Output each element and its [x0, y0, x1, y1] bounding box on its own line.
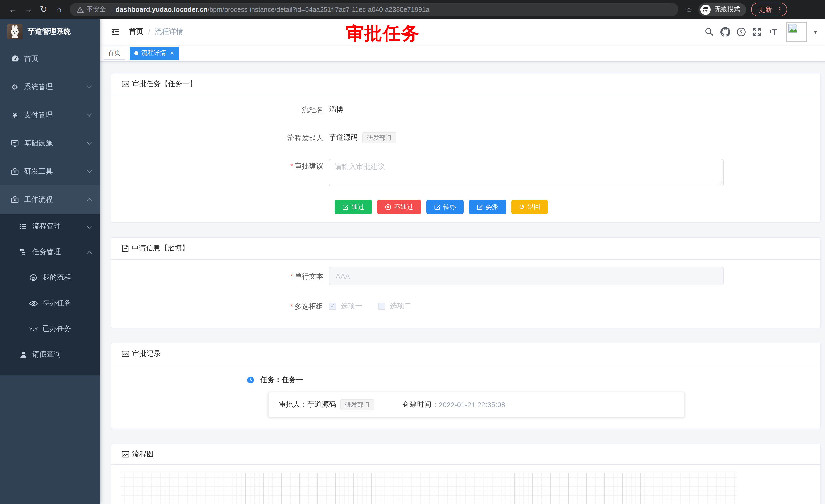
- created-time: 2022-01-21 22:35:08: [439, 401, 505, 409]
- bpmn-diagram-canvas[interactable]: [120, 473, 737, 504]
- delegate-button[interactable]: 委派: [469, 200, 506, 214]
- help-icon[interactable]: ?: [736, 25, 747, 38]
- sidebar-item-process-mgmt[interactable]: 流程管理: [0, 214, 100, 239]
- search-icon[interactable]: [704, 25, 715, 38]
- browser-menu-icon[interactable]: ⋮: [776, 6, 783, 13]
- fullscreen-icon[interactable]: [751, 25, 763, 38]
- app-logo-row[interactable]: 芋道管理系统: [0, 19, 100, 45]
- dept-tag: 研发部门: [340, 399, 374, 410]
- gear-icon: ⚙: [10, 82, 19, 91]
- required-mark: *: [290, 162, 293, 170]
- approver-name: 芋道源码: [307, 400, 336, 409]
- app-title: 芋道管理系统: [28, 27, 71, 36]
- initiator-row: 流程发起人 芋道源码 研发部门: [122, 131, 810, 145]
- checkbox-group-row: *多选框组 选项一 选项二: [122, 299, 810, 314]
- browser-update-pill[interactable]: 更新 ⋮: [751, 3, 788, 16]
- tags-view-bar: 首页 流程详情 ×: [100, 45, 825, 62]
- browser-back-button[interactable]: ←: [5, 0, 20, 19]
- browser-reload-button[interactable]: ↻: [36, 0, 51, 19]
- reject-button[interactable]: 不通过: [377, 200, 421, 214]
- avatar-caret-icon[interactable]: ▾: [814, 28, 817, 35]
- comment-textarea[interactable]: [329, 159, 724, 186]
- chevron-down-icon: [87, 168, 92, 173]
- transfer-button[interactable]: 转办: [426, 200, 463, 214]
- picture-icon: [122, 350, 130, 358]
- circle-close-icon: [385, 203, 391, 210]
- sidebar-item-my-process[interactable]: 我的流程: [0, 265, 100, 290]
- tab-home[interactable]: 首页: [103, 47, 125, 60]
- picture-icon: [122, 80, 130, 88]
- sidebar-item-label: 已办任务: [43, 324, 71, 333]
- sidebar-item-system[interactable]: ⚙ 系统管理: [0, 73, 100, 101]
- sidebar-item-home[interactable]: 首页: [0, 45, 100, 73]
- dept-tag: 研发部门: [362, 132, 396, 144]
- single-text-row: *单行文本: [122, 267, 810, 285]
- process-name-value: 滔博: [329, 105, 343, 114]
- checkbox-option2-label: 选项二: [390, 302, 411, 311]
- sidebar-item-label: 基础设施: [24, 139, 53, 148]
- apply-info-card: 申请信息【滔博】 *单行文本 *多选框组 选项一: [111, 237, 821, 328]
- clock-node-icon: [247, 376, 254, 384]
- sidebar-item-label: 首页: [24, 54, 39, 63]
- created-label: 创建时间：: [403, 400, 439, 409]
- toolbox-icon: [10, 195, 19, 203]
- breadcrumb-home[interactable]: 首页: [129, 27, 144, 36]
- face-icon: [29, 273, 38, 282]
- address-bar[interactable]: 不安全 dashboard.yudao.iocoder.cn /bpm/proc…: [70, 3, 678, 16]
- sidebar-item-payment[interactable]: ¥ 支付管理: [0, 101, 100, 129]
- bookmark-star-icon[interactable]: ☆: [686, 5, 692, 14]
- workflow-submenu: 流程管理 任务管理 我的流程: [0, 214, 100, 375]
- sidebar-item-done-tasks[interactable]: 已办任务: [0, 316, 100, 342]
- button-label: 不通过: [394, 202, 413, 211]
- not-secure-label[interactable]: 不安全: [87, 5, 106, 14]
- font-size-icon[interactable]: TT: [767, 25, 778, 38]
- return-button[interactable]: ↺ 退回: [511, 200, 548, 214]
- document-icon: [122, 244, 129, 253]
- avatar[interactable]: [786, 21, 807, 42]
- card-title: 审批任务【任务一】: [132, 79, 197, 89]
- url-host: dashboard.yudao.iocoder.cn: [116, 6, 208, 13]
- sidebar-item-label: 系统管理: [24, 82, 53, 91]
- github-icon[interactable]: [720, 25, 731, 38]
- button-label: 退回: [527, 202, 540, 211]
- sidebar-item-workflow[interactable]: 工作流程: [0, 185, 100, 214]
- sidebar-item-label: 我的流程: [43, 273, 71, 282]
- close-icon[interactable]: ×: [170, 50, 174, 56]
- comment-row: *审批建议: [122, 159, 810, 188]
- single-text-input: [329, 267, 724, 285]
- sidebar-item-task-mgmt[interactable]: 任务管理: [0, 239, 100, 265]
- approver-label: 审批人：: [279, 400, 307, 409]
- process-diagram-card: 流程图: [111, 443, 821, 504]
- yen-icon: ¥: [10, 111, 19, 119]
- user-icon: [18, 351, 28, 358]
- checkbox-group-label: 多选框组: [295, 302, 323, 310]
- list-icon: [18, 223, 28, 230]
- card-header: 审批记录: [111, 343, 820, 365]
- approve-button[interactable]: 通过: [334, 200, 372, 214]
- chevron-down-icon: [87, 224, 92, 229]
- edit-icon: [342, 203, 349, 210]
- approve-task-card: 审批任务【任务一】 流程名 滔博 流程发起人 芋道源码 研发部门: [111, 73, 821, 223]
- sidebar-item-infra[interactable]: 基础设施: [0, 129, 100, 157]
- tree-icon: [18, 248, 28, 256]
- sidebar-collapse-icon[interactable]: [106, 27, 124, 36]
- browser-forward-button[interactable]: →: [20, 0, 36, 19]
- sidebar-item-devtools[interactable]: 研发工具: [0, 157, 100, 185]
- red-annotation-text: 审批任务: [346, 21, 420, 46]
- page-content: 审批任务【任务一】 流程名 滔博 流程发起人 芋道源码 研发部门: [100, 62, 825, 504]
- sidebar-item-leave-query[interactable]: 请假查询: [0, 342, 100, 367]
- breadcrumb: 首页 / 流程详情: [129, 27, 183, 36]
- sidebar-item-label: 研发工具: [24, 167, 53, 176]
- sidebar-item-label: 支付管理: [24, 110, 53, 119]
- sidebar-item-todo-tasks[interactable]: 待办任务: [0, 290, 100, 316]
- sidebar: 芋道管理系统 首页 ⚙ 系统管理 ¥ 支付管理: [0, 19, 100, 504]
- approval-timeline: 任务：任务一 审批人： 芋道源码 研发部门 创建时间： 2022-01-21 2…: [122, 372, 810, 417]
- svg-text:?: ?: [740, 29, 743, 35]
- app-logo: [7, 24, 22, 39]
- card-title: 流程图: [132, 449, 154, 459]
- browser-home-button[interactable]: ⌂: [51, 0, 67, 19]
- tab-process-detail[interactable]: 流程详情 ×: [130, 47, 178, 60]
- font-size-small: T: [769, 29, 772, 34]
- update-label[interactable]: 更新: [759, 5, 772, 14]
- breadcrumb-current: 流程详情: [155, 27, 183, 36]
